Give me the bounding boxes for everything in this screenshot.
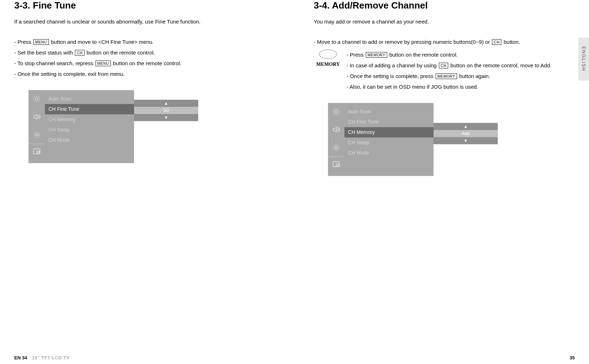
svg-point-25	[333, 145, 339, 150]
step-text: button and move to <CH Fine Tune> menu.	[51, 39, 154, 45]
step-text: - Set the best status with	[14, 50, 74, 56]
page-footer: EN 34 15" TFT-LCD TV 35	[14, 355, 575, 360]
ch-button-label: CH	[75, 50, 84, 56]
osd-icon-column	[328, 103, 344, 176]
svg-rect-27	[336, 164, 339, 166]
brightness-icon	[328, 103, 344, 121]
memory-button-icon	[319, 50, 337, 59]
osd-item-ch-memory: CH Memory	[45, 114, 134, 125]
svg-line-22	[338, 109, 339, 110]
osd-menu-list: Auto Scan CH Fine Tune CH Memory CH Swap…	[45, 90, 134, 163]
osd-ch-memory-value: Add	[434, 130, 498, 137]
ch-button-label: CH	[492, 39, 501, 45]
fine-tune-steps: - Press MENU button and move to <CH Fine…	[14, 37, 271, 79]
svg-marker-9	[34, 114, 37, 119]
osd-item-auto-scan: Auto Scan	[344, 106, 434, 117]
svg-rect-13	[37, 151, 39, 153]
step-text: - Once the setting is complete, exit fro…	[14, 69, 271, 79]
fine-tune-intro: If a searched channel is unclear or soun…	[14, 17, 271, 26]
arrow-down-icon: ▼	[434, 137, 498, 144]
pip-icon	[29, 144, 45, 158]
step-text: - In case of adding a channel by using	[347, 62, 438, 68]
footer-left-title: 15" TFT-LCD TV	[32, 355, 70, 360]
svg-point-10	[36, 134, 38, 136]
pip-icon	[328, 156, 344, 171]
sound-icon	[328, 121, 344, 139]
step-text: - Press	[347, 52, 365, 58]
sound-icon	[29, 108, 45, 126]
step-text: - Move to a channel to add or remove by …	[314, 39, 491, 45]
brightness-icon	[29, 90, 45, 108]
osd-fine-tune: Auto Scan CH Fine Tune CH Memory CH Swap…	[29, 90, 207, 163]
svg-line-5	[34, 97, 35, 97]
svg-line-19	[334, 109, 334, 110]
osd-value-spinner: ▲ Add ▼	[434, 123, 498, 144]
section-fine-tune: 3-3. Fine Tune If a searched channel is …	[14, 0, 271, 176]
menu-button-label: MENU	[96, 61, 111, 66]
menu-button-label: MENU	[34, 39, 49, 45]
step-text: button again.	[459, 73, 490, 79]
svg-line-21	[334, 114, 334, 114]
osd-item-ch-fine-tune: CH Fine Tune	[344, 117, 434, 127]
footer-right-page: 35	[570, 355, 575, 360]
svg-point-0	[35, 98, 38, 100]
step-text: button on the remote control, move to Ad…	[450, 62, 552, 68]
memory-button-label: MEMORY	[436, 73, 457, 79]
step-text: - To stop channel search, repress	[14, 60, 95, 66]
add-remove-heading: 3-4. Add/Remove Channel	[314, 0, 570, 11]
arrow-down-icon: ▼	[134, 114, 198, 121]
svg-point-14	[335, 110, 338, 113]
step-text: button on the remote control.	[389, 52, 458, 58]
arrow-up-icon: ▲	[434, 123, 498, 130]
svg-marker-23	[333, 127, 337, 132]
osd-icon-column	[29, 90, 45, 163]
step-text: button on the remote control.	[87, 50, 155, 56]
osd-item-auto-scan: Auto Scan	[45, 94, 134, 104]
osd-item-ch-mode: CH Mode	[45, 135, 134, 145]
step-text: - Press	[14, 39, 33, 45]
svg-point-24	[335, 146, 337, 149]
step-text: - Once the setting is complete, press	[347, 73, 435, 79]
svg-line-8	[39, 97, 39, 97]
ch-button-label: CH	[439, 63, 448, 68]
svg-line-20	[338, 114, 339, 114]
osd-item-ch-swap: CH Swap	[344, 137, 434, 148]
add-remove-intro: You may add or remove a channel as your …	[314, 17, 570, 26]
osd-fine-tune-value: 50	[134, 107, 198, 114]
language-side-tab-label: ENGLISH	[581, 46, 587, 72]
osd-item-ch-mode: CH Mode	[344, 148, 434, 158]
svg-line-6	[39, 101, 39, 102]
step-text: button on the remote control.	[113, 60, 181, 66]
step-text: - Also, it can be set in OSD menu if JOG…	[347, 82, 570, 92]
svg-point-11	[34, 132, 40, 137]
fine-tune-heading: 3-3. Fine Tune	[14, 0, 271, 11]
step-text: button.	[504, 39, 520, 45]
add-remove-steps: - Move to a channel to add or remove by …	[314, 37, 570, 92]
memory-button-caption: MEMORY	[316, 59, 340, 69]
memory-button-label: MEMORY	[366, 52, 387, 58]
osd-menu-list: Auto Scan CH Fine Tune CH Memory CH Swap…	[344, 103, 434, 176]
settings-icon	[29, 126, 45, 144]
memory-button-graphic: MEMORY	[314, 50, 342, 92]
svg-line-7	[34, 101, 35, 102]
osd-item-ch-swap: CH Swap	[45, 125, 134, 135]
footer-left-page: EN 34	[14, 355, 27, 360]
arrow-up-icon: ▲	[134, 100, 198, 107]
osd-value-spinner: ▲ 50 ▼	[134, 100, 198, 121]
osd-item-ch-memory: CH Memory	[344, 127, 434, 137]
section-add-remove-channel: 3-4. Add/Remove Channel You may add or r…	[314, 0, 570, 176]
osd-ch-memory: Auto Scan CH Fine Tune CH Memory CH Swap…	[328, 103, 506, 176]
osd-item-ch-fine-tune: CH Fine Tune	[45, 104, 134, 114]
settings-icon	[328, 139, 344, 156]
language-side-tab: ENGLISH	[578, 38, 589, 80]
